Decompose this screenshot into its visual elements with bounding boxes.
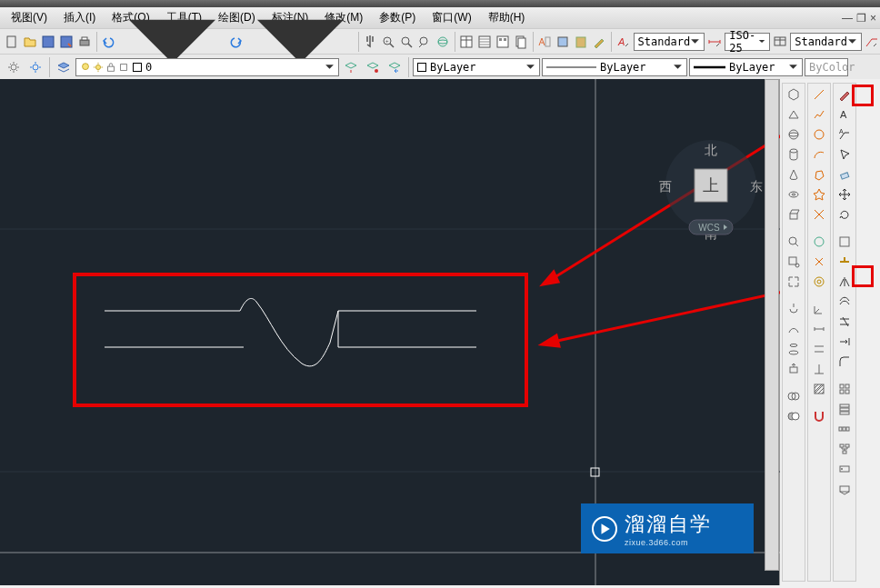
gear-icon[interactable] — [4, 57, 24, 77]
leader-icon[interactable]: A — [835, 125, 854, 144]
brush-icon[interactable] — [835, 85, 854, 104]
print-icon[interactable] — [76, 32, 93, 52]
arc-icon[interactable] — [810, 145, 828, 164]
layer-dropdown[interactable]: 0 — [75, 58, 339, 76]
union-icon[interactable] — [785, 387, 803, 405]
revolve-icon[interactable] — [785, 300, 803, 318]
pan-icon[interactable] — [362, 32, 378, 52]
cylinder-icon[interactable] — [785, 145, 803, 164]
eraser-icon[interactable] — [835, 165, 854, 184]
redo-icon[interactable] — [228, 32, 245, 52]
stack-icon[interactable] — [835, 400, 854, 418]
menu-insert[interactable]: 插入(I) — [56, 8, 103, 27]
lineweight-dropdown[interactable]: ByLayer — [689, 58, 803, 76]
table-style-dropdown[interactable]: Standard — [790, 33, 862, 51]
save-icon[interactable] — [40, 32, 56, 52]
close-button[interactable]: × — [870, 12, 876, 25]
magnet-icon[interactable] — [810, 407, 828, 425]
box-icon[interactable] — [785, 85, 803, 104]
properties-icon[interactable] — [458, 32, 475, 52]
layeroff-icon[interactable] — [363, 57, 383, 77]
drawing-canvas[interactable]: 上 北 南 东 西 WCS 溜溜自学 zixue.3d66.com — [0, 79, 780, 585]
zoom-window-icon[interactable] — [398, 32, 415, 52]
saveas-icon[interactable] — [58, 32, 75, 52]
restore-button[interactable]: ❐ — [856, 12, 866, 25]
ucs-icon[interactable] — [810, 300, 828, 318]
extrude-icon[interactable] — [785, 205, 803, 224]
cone-icon[interactable] — [785, 165, 803, 184]
menu-view[interactable]: 视图(V) — [4, 8, 55, 27]
tree-icon[interactable] — [835, 440, 854, 458]
presspull-icon[interactable] — [785, 360, 803, 378]
tablestyle-icon[interactable] — [772, 32, 788, 52]
menu-param[interactable]: 参数(P) — [372, 8, 423, 27]
layer-manager-icon[interactable] — [54, 57, 74, 77]
color-dropdown[interactable]: ByLayer — [413, 58, 540, 76]
sweep-icon[interactable] — [785, 320, 803, 338]
loft-icon[interactable] — [785, 340, 803, 358]
dim3-icon[interactable] — [810, 320, 828, 338]
hatch-icon[interactable] — [810, 380, 828, 398]
rotate3-icon[interactable] — [810, 233, 828, 251]
linetype-dropdown[interactable]: ByLayer — [542, 58, 687, 76]
circle-icon[interactable] — [810, 125, 828, 144]
paste-icon[interactable] — [573, 32, 589, 52]
rotate-icon[interactable] — [835, 205, 854, 224]
toolpalette-icon[interactable] — [495, 32, 511, 52]
torus-icon[interactable] — [785, 185, 803, 204]
wedge-icon[interactable] — [785, 105, 803, 124]
undo-icon[interactable] — [100, 32, 116, 52]
link-icon[interactable] — [835, 460, 854, 478]
zoomwin-icon[interactable] — [785, 253, 803, 271]
fillet-icon[interactable] — [835, 353, 854, 371]
new-icon[interactable] — [4, 32, 20, 52]
open-icon[interactable] — [22, 32, 38, 52]
pline-icon[interactable] — [810, 105, 828, 124]
star-icon[interactable] — [810, 185, 828, 204]
mleader-icon[interactable] — [864, 32, 880, 52]
text-style-dropdown[interactable]: Standard — [634, 33, 705, 51]
dim-style-dropdown[interactable]: ISO-25 — [725, 33, 770, 51]
zoom-realtime-icon[interactable]: + — [380, 32, 396, 52]
polygon-icon[interactable] — [810, 165, 828, 184]
plotstyle-dropdown[interactable]: ByColor — [805, 58, 848, 76]
layeriso-icon[interactable] — [341, 57, 361, 77]
perp-icon[interactable] — [810, 360, 828, 378]
markup-icon[interactable] — [536, 32, 553, 52]
menu-window[interactable]: 窗口(W) — [425, 8, 478, 27]
textstyle-icon[interactable]: A — [615, 32, 632, 52]
move-icon[interactable] — [835, 185, 854, 204]
grid4-icon[interactable] — [835, 380, 854, 398]
menu-help[interactable]: 帮助(H) — [481, 8, 533, 27]
subtract-icon[interactable] — [785, 407, 803, 425]
offset3-icon[interactable] — [810, 273, 828, 291]
vertical-scrollbar[interactable] — [765, 79, 779, 571]
highlight2-box[interactable] — [835, 253, 854, 271]
minimize-button[interactable]: — — [842, 12, 853, 25]
block-icon[interactable] — [555, 32, 571, 52]
sheetset-icon[interactable] — [513, 32, 529, 52]
match-icon[interactable] — [591, 32, 607, 52]
zoom2-icon[interactable] — [785, 233, 803, 251]
layerprev-icon[interactable] — [385, 57, 405, 77]
trim-icon[interactable] — [835, 313, 854, 331]
paste2-icon[interactable] — [835, 480, 854, 498]
extend-icon[interactable] — [835, 333, 854, 351]
cross-icon[interactable] — [810, 205, 828, 224]
dimstyle-icon[interactable] — [706, 32, 723, 52]
dbl-line-icon[interactable] — [810, 340, 828, 358]
offset-icon[interactable] — [835, 293, 854, 311]
designctr-icon[interactable] — [476, 32, 493, 52]
orbit-icon[interactable] — [435, 32, 451, 52]
lock-icon[interactable] — [25, 57, 45, 77]
zoom-prev-icon[interactable] — [416, 32, 433, 52]
mirror-icon[interactable] — [835, 273, 854, 291]
highlight1-box[interactable] — [835, 233, 854, 251]
zoomall-icon[interactable] — [785, 273, 803, 291]
row-icon[interactable] — [835, 420, 854, 438]
text-icon[interactable]: A — [835, 105, 854, 124]
pointer-icon[interactable] — [835, 145, 854, 164]
sphere-icon[interactable] — [785, 125, 803, 144]
line-icon[interactable] — [810, 85, 828, 104]
explode-icon[interactable] — [810, 253, 828, 271]
